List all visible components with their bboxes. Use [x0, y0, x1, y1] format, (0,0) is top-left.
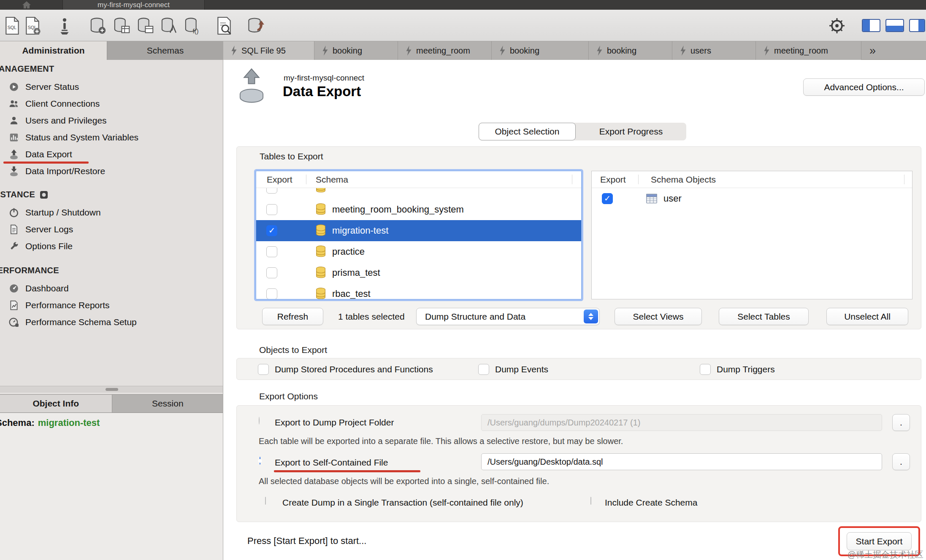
radio-dump-project-folder[interactable]: [259, 417, 260, 425]
editor-tab-booking-3[interactable]: booking: [589, 41, 672, 60]
create-schema-icon: [89, 16, 106, 35]
dump-mode-select[interactable]: Dump Structure and Data: [416, 308, 600, 325]
table-row-partial[interactable]: [256, 188, 581, 199]
tab-overflow-button[interactable]: »: [869, 41, 876, 60]
export-checkbox-checked[interactable]: [266, 225, 277, 236]
refresh-button[interactable]: Refresh: [262, 308, 323, 325]
self-contained-help: All selected database objects will be ex…: [259, 477, 549, 486]
management-nav-group: Server Status Client Connections Users a…: [0, 78, 223, 180]
import-export-icon: [247, 16, 265, 35]
project-folder-browse-button[interactable]: .: [892, 414, 910, 431]
schema-value: migration-test: [38, 417, 100, 428]
dump-triggers-checkbox[interactable]: [700, 364, 711, 375]
page-title: Data Export: [283, 83, 361, 100]
create-function-button[interactable]: f(): [181, 15, 203, 37]
select-views-button[interactable]: Select Views: [615, 308, 702, 325]
table-row[interactable]: prisma_test: [256, 262, 581, 283]
project-folder-help: Each table will be exported into a separ…: [259, 436, 623, 446]
toggle-left-sidebar-button[interactable]: [862, 19, 880, 32]
tables-panel: Tables to Export Export Schema: [236, 146, 921, 329]
schema-objects-table[interactable]: Export Schema Objects user: [591, 171, 912, 299]
main-content: my-first-mysql-connect Data Export Advan…: [223, 60, 926, 560]
sidebar-item-status-variables[interactable]: Status and System Variables: [0, 129, 223, 146]
editor-tab-meeting-room-2[interactable]: meeting_room: [756, 41, 861, 60]
radio-self-contained-file[interactable]: [260, 457, 260, 465]
advanced-options-button[interactable]: Advanced Options...: [803, 78, 925, 96]
toggle-right-sidebar-button[interactable]: [909, 19, 925, 32]
tab-object-selection[interactable]: Object Selection: [479, 123, 576, 140]
tab-object-info[interactable]: Object Info: [0, 395, 112, 412]
table-row[interactable]: meeting_room_booking_system: [256, 199, 581, 220]
column-divider[interactable]: [572, 175, 572, 184]
editor-tab-users[interactable]: users: [672, 41, 756, 60]
schema-table[interactable]: Export Schema meeting_room_booking_syste…: [256, 171, 582, 299]
table-row[interactable]: rbac_test: [256, 283, 581, 299]
search-objects-button[interactable]: [214, 15, 235, 37]
tab-session[interactable]: Session: [112, 395, 224, 412]
connection-tab[interactable]: my-first-mysql-connect: [62, 0, 205, 10]
dump-events-checkbox[interactable]: [478, 364, 489, 375]
project-folder-path-field[interactable]: /Users/guang/dumps/Dump20240217 (1): [481, 414, 882, 431]
open-sql-script-button[interactable]: SQL: [22, 15, 43, 37]
sidebar-item-data-import[interactable]: Data Import/Restore: [0, 163, 223, 180]
sidebar-item-performance-reports[interactable]: Performance Reports: [0, 297, 223, 314]
editor-tab-booking-2[interactable]: booking: [492, 41, 589, 60]
create-procedure-button[interactable]: [158, 15, 179, 37]
toggle-bottom-panel-button[interactable]: [885, 19, 904, 32]
table-row-selected[interactable]: migration-test: [256, 220, 581, 241]
export-checkbox[interactable]: [266, 288, 277, 299]
editor-tab-meeting-room-1[interactable]: meeting_room: [398, 41, 492, 60]
sidebar-item-dashboard[interactable]: Dashboard: [0, 280, 223, 297]
sidebar-item-server-status[interactable]: Server Status: [0, 78, 223, 95]
editor-tab-booking-1[interactable]: booking: [314, 41, 398, 60]
home-icon[interactable]: [21, 0, 32, 9]
schema-table-header: Export Schema: [256, 171, 581, 188]
toggle-bottom-panel-icon: [886, 26, 903, 32]
single-transaction-checkbox[interactable]: [265, 497, 266, 505]
include-create-schema-checkbox[interactable]: [590, 497, 591, 505]
tab-schemas[interactable]: Schemas: [107, 41, 223, 60]
create-schema-button[interactable]: [87, 15, 108, 37]
export-checkbox[interactable]: [266, 267, 277, 278]
tab-export-progress[interactable]: Export Progress: [576, 123, 686, 140]
notifications-button[interactable]: [826, 15, 847, 37]
sidebar-splitter[interactable]: [0, 386, 223, 393]
sidebar-item-performance-schema-setup[interactable]: Performance Schema Setup: [0, 314, 223, 331]
export-checkbox-checked[interactable]: [602, 193, 613, 204]
table-row[interactable]: practice: [256, 241, 581, 262]
sidebar-item-client-connections[interactable]: Client Connections: [0, 95, 223, 112]
export-checkbox[interactable]: [266, 204, 277, 215]
sidebar-item-data-export[interactable]: Data Export: [0, 146, 223, 163]
include-create-schema-label: Include Create Schema: [605, 497, 697, 508]
self-contained-browse-button[interactable]: .: [892, 453, 910, 470]
self-contained-path-field[interactable]: /Users/guang/Desktop/data.sql: [481, 453, 882, 470]
admin-sidebar: MANAGEMENT Server Status Client Connecti…: [0, 60, 223, 560]
tab-administration[interactable]: Administration: [0, 41, 107, 60]
import-export-button[interactable]: [246, 15, 267, 37]
chevron-overflow-icon: »: [869, 44, 876, 57]
export-checkbox[interactable]: [266, 188, 277, 194]
column-divider[interactable]: [306, 175, 306, 184]
instance-nav-group: Startup / Shutdown Server Logs Options F…: [0, 204, 223, 255]
red-underline-annotation: [274, 470, 420, 472]
sidebar-item-users-privileges[interactable]: Users and Privileges: [0, 112, 223, 129]
table-row[interactable]: user: [592, 188, 912, 209]
sidebar-item-startup-shutdown[interactable]: Startup / Shutdown: [0, 204, 223, 221]
new-sql-tab-button[interactable]: SQL: [2, 15, 23, 37]
sidebar-item-options-file[interactable]: Options File: [0, 238, 223, 255]
create-table-button[interactable]: [111, 15, 132, 37]
sidebar-item-server-logs[interactable]: Server Logs: [0, 221, 223, 238]
unselect-all-button[interactable]: Unselect All: [826, 308, 908, 325]
status-variables-icon: [8, 132, 19, 143]
lightning-icon: [764, 46, 770, 56]
dump-procedures-checkbox[interactable]: [258, 364, 269, 375]
column-divider[interactable]: [638, 175, 639, 184]
column-divider[interactable]: [904, 175, 904, 184]
select-tables-button[interactable]: Select Tables: [719, 308, 809, 325]
schema-inspector-button[interactable]: [54, 15, 75, 37]
export-checkbox[interactable]: [266, 246, 277, 257]
editor-tab-sql-file[interactable]: SQL File 95: [223, 41, 314, 60]
create-view-button[interactable]: [134, 15, 155, 37]
create-function-icon: f(): [183, 16, 201, 35]
lightning-icon: [499, 46, 506, 56]
